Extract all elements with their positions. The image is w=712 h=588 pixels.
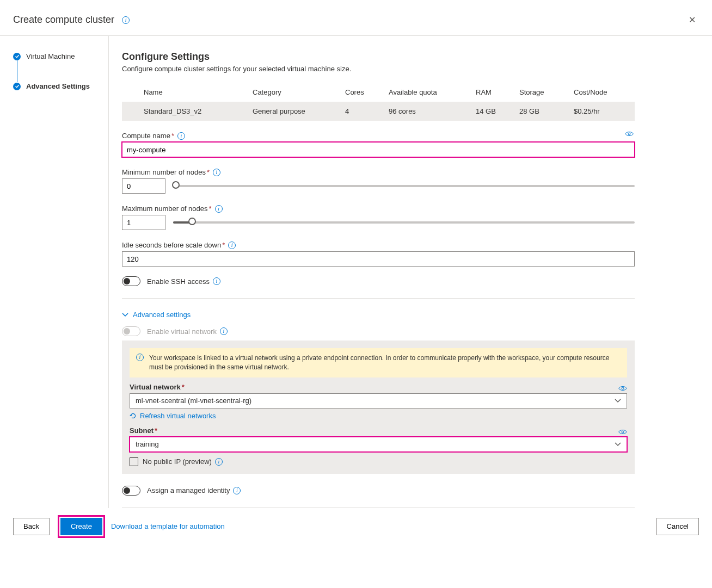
- step-connector: [17, 60, 17, 82]
- refresh-icon: [130, 412, 137, 419]
- required-indicator: *: [222, 241, 225, 249]
- refresh-vnets-link[interactable]: Refresh virtual networks: [130, 412, 216, 420]
- required-indicator: *: [207, 168, 210, 176]
- advanced-settings-toggle[interactable]: Advanced settings: [122, 311, 635, 319]
- min-nodes-label: Minimum number of nodes: [122, 168, 206, 176]
- max-nodes-slider[interactable]: [173, 221, 635, 224]
- close-button[interactable]: ✕: [689, 15, 696, 25]
- info-icon[interactable]: i: [233, 487, 241, 494]
- chevron-down-icon: [615, 398, 621, 404]
- svg-point-0: [628, 133, 630, 135]
- cell-cost: $0.25/hr: [574, 107, 635, 115]
- info-icon[interactable]: i: [122, 16, 130, 24]
- cell-category: General purpose: [253, 107, 345, 115]
- vnet-select[interactable]: ml-vnet-scentral (ml-vnet-scentral-rg): [130, 393, 627, 408]
- vnet-label: Virtual network: [130, 383, 181, 391]
- chevron-down-icon: [122, 312, 128, 318]
- vm-summary-table: Name Category Cores Available quota RAM …: [122, 83, 635, 121]
- download-template-link[interactable]: Download a template for automation: [111, 522, 225, 530]
- preview-eye-icon[interactable]: [618, 385, 627, 393]
- dialog-title: Create compute cluster: [13, 14, 114, 26]
- refresh-label: Refresh virtual networks: [140, 412, 216, 420]
- managed-identity-toggle[interactable]: [122, 486, 140, 496]
- info-icon[interactable]: i: [215, 205, 223, 213]
- main-content: Configure Settings Configure compute clu…: [109, 36, 648, 508]
- create-button[interactable]: Create: [60, 518, 102, 535]
- svg-point-1: [622, 387, 624, 389]
- svg-point-2: [622, 431, 624, 433]
- banner-text: Your workspace is linked to a virtual ne…: [149, 354, 609, 371]
- info-icon[interactable]: i: [213, 169, 220, 176]
- idle-seconds-label: Idle seconds before scale down: [122, 241, 221, 249]
- step-advanced-settings[interactable]: Advanced Settings: [13, 82, 108, 90]
- wizard-steps: Virtual Machine Advanced Settings: [0, 36, 109, 508]
- advanced-settings-label: Advanced settings: [133, 311, 191, 319]
- col-storage: Storage: [519, 88, 574, 96]
- section-desc: Configure compute cluster settings for y…: [122, 65, 635, 73]
- info-icon[interactable]: i: [228, 242, 236, 249]
- cell-name: Standard_DS3_v2: [144, 107, 253, 115]
- info-icon[interactable]: i: [215, 458, 223, 466]
- col-ram: RAM: [476, 88, 519, 96]
- idle-seconds-input[interactable]: [122, 251, 635, 267]
- subnet-select[interactable]: training: [130, 437, 627, 452]
- required-indicator: *: [209, 205, 212, 213]
- subnet-value: training: [136, 440, 159, 448]
- vnet-panel: i Your workspace is linked to a virtual …: [122, 341, 635, 474]
- cell-ram: 14 GB: [476, 107, 519, 115]
- info-icon[interactable]: i: [213, 277, 220, 285]
- col-category: Category: [253, 88, 345, 96]
- table-row: Standard_DS3_v2 General purpose 4 96 cor…: [122, 102, 635, 121]
- compute-name-input[interactable]: [122, 142, 635, 157]
- no-public-ip-label: No public IP (preview): [143, 457, 212, 466]
- col-cores: Cores: [345, 88, 389, 96]
- cell-storage: 28 GB: [519, 107, 574, 115]
- min-nodes-slider[interactable]: [173, 185, 635, 187]
- cell-cores: 4: [345, 107, 389, 115]
- subnet-label: Subnet: [130, 426, 154, 435]
- enable-ssh-label: Enable SSH access: [147, 277, 210, 286]
- preview-eye-icon[interactable]: [625, 131, 634, 139]
- back-button[interactable]: Back: [13, 518, 50, 535]
- compute-name-label: Compute name: [122, 132, 170, 140]
- max-nodes-label: Maximum number of nodes: [122, 205, 208, 213]
- check-icon: [13, 53, 21, 60]
- section-title: Configure Settings: [122, 51, 635, 63]
- slider-handle[interactable]: [188, 218, 196, 225]
- enable-ssh-toggle[interactable]: [122, 276, 140, 286]
- step-virtual-machine[interactable]: Virtual Machine: [13, 52, 108, 60]
- info-icon[interactable]: i: [177, 132, 185, 140]
- max-nodes-input[interactable]: [122, 215, 165, 230]
- vnet-info-banner: i Your workspace is linked to a virtual …: [130, 348, 627, 377]
- preview-eye-icon[interactable]: [618, 429, 627, 437]
- no-public-ip-checkbox[interactable]: [130, 457, 138, 466]
- step-label: Virtual Machine: [26, 52, 75, 60]
- managed-identity-label: Assign a managed identity: [147, 486, 230, 494]
- step-label: Advanced Settings: [26, 82, 90, 90]
- dialog-header: Create compute cluster i ✕: [0, 0, 712, 36]
- required-indicator: *: [182, 383, 185, 391]
- vnet-value: ml-vnet-scentral (ml-vnet-scentral-rg): [136, 397, 251, 405]
- slider-handle[interactable]: [172, 181, 180, 189]
- cell-quota: 96 cores: [389, 107, 476, 115]
- enable-vnet-toggle[interactable]: [122, 326, 140, 336]
- enable-vnet-label: Enable virtual network: [147, 327, 217, 336]
- wizard-footer: Back Create Download a template for auto…: [0, 508, 712, 545]
- required-indicator: *: [155, 426, 157, 435]
- check-icon: [13, 83, 21, 90]
- info-icon: i: [136, 354, 144, 361]
- info-icon[interactable]: i: [220, 327, 228, 335]
- cancel-button[interactable]: Cancel: [656, 518, 699, 535]
- required-indicator: *: [171, 132, 174, 140]
- col-cost: Cost/Node: [574, 88, 635, 96]
- min-nodes-input[interactable]: [122, 178, 165, 194]
- col-name: Name: [144, 88, 253, 96]
- col-quota: Available quota: [389, 88, 476, 96]
- chevron-down-icon: [615, 441, 621, 448]
